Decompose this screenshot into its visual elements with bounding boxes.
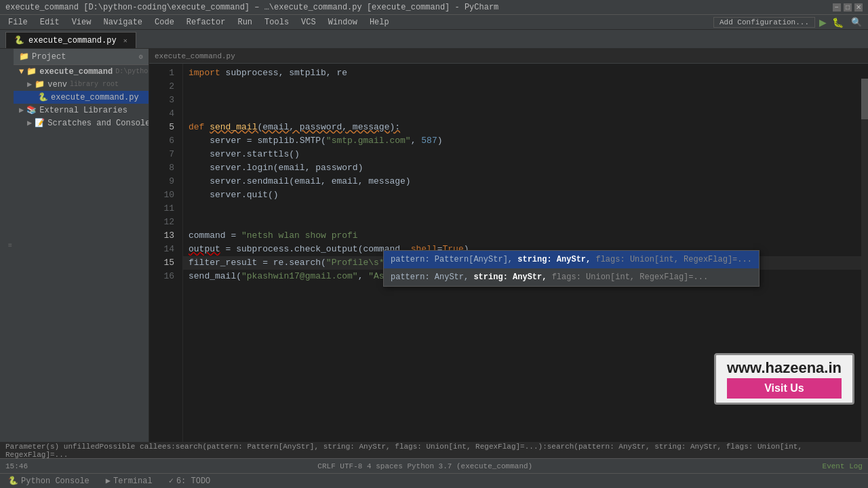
menu-navigate[interactable]: Navigate <box>98 16 148 28</box>
watermark: www.hazeena.in Visit Us <box>714 353 854 405</box>
line-num-6: 6 <box>152 134 177 148</box>
tab-close-icon[interactable]: ✕ <box>123 37 127 45</box>
tree-execute-command-py[interactable]: 🐍 execute_command.py <box>14 91 149 104</box>
ac-item-1-text: pattern: Pattern[AnyStr], string: AnyStr… <box>391 253 752 266</box>
menu-tools[interactable]: Tools <box>259 16 294 28</box>
watermark-box: www.hazeena.in Visit Us <box>714 353 854 405</box>
editor-tab-execute-command[interactable]: 🐍 execute_command.py ✕ <box>5 32 136 48</box>
folder-expand-icon: ▼ <box>19 67 24 77</box>
menu-window[interactable]: Window <box>323 16 363 28</box>
title-bar: execute_command [D:\python-coding\execut… <box>0 0 868 15</box>
menu-view[interactable]: View <box>66 16 97 28</box>
status-position: 15:46 <box>5 462 28 470</box>
structure-icon[interactable]: ≡ <box>7 241 14 251</box>
code-line-9: server.sendmail(email, email, message) <box>183 175 861 188</box>
debug-button[interactable]: 🐛 <box>831 16 845 29</box>
menu-bar: File Edit View Navigate Code Refactor Ru… <box>0 15 868 30</box>
terminal-tab[interactable]: ▶ Terminal <box>103 474 155 487</box>
line-numbers: 1 2 3 4 5 6 7 8 9 10 11 12 13 14 15 16 <box>149 64 183 442</box>
code-line-10: ▼ server.quit() <box>183 188 861 202</box>
tab-bar: 🐍 execute_command.py ✕ <box>0 30 868 49</box>
external-lib-icon: 📚 <box>26 105 37 115</box>
line-num-9: 9 <box>152 175 177 188</box>
menu-code[interactable]: Code <box>149 16 180 28</box>
code-line-8: server.login(email, password) <box>183 161 861 175</box>
event-log-link[interactable]: Event Log <box>823 462 863 470</box>
code-line-12 <box>183 216 861 229</box>
run-button[interactable]: ▶ <box>818 16 828 29</box>
tree-item-label: venv <box>47 80 67 89</box>
autocomplete-item-2[interactable]: pattern: AnyStr, string: AnyStr, flags: … <box>384 268 759 286</box>
menu-edit[interactable]: Edit <box>35 16 65 28</box>
line-num-11: 11 <box>152 202 177 216</box>
left-icons: ≡ ★ <box>0 49 14 442</box>
watermark-visit-button[interactable]: Visit Us <box>727 378 842 399</box>
autocomplete-item-1[interactable]: pattern: Pattern[AnyStr], string: AnyStr… <box>384 251 759 268</box>
project-header: 📁 Project ⚙ <box>14 49 149 65</box>
folder-expand-icon: ▶ <box>27 79 32 89</box>
main-layout: ≡ ★ 📁 Project ⚙ ▼ 📁 execute_command D:\p… <box>0 49 868 442</box>
menu-vcs[interactable]: VCS <box>296 16 321 28</box>
python-console-label: Python Console <box>21 476 90 486</box>
todo-tab[interactable]: ✓ 6: TODO <box>166 474 214 487</box>
code-line-13: command = "netsh wlan show profi <box>183 229 861 243</box>
add-configuration-button[interactable]: Add Configuration... <box>713 17 815 28</box>
line-num-12: 12 <box>152 216 177 229</box>
line-num-2: 2 <box>152 80 177 94</box>
breadcrumb-bar: execute_command.py <box>149 49 868 64</box>
code-line-5: ▼ def send_mail(email, password, message… <box>183 121 861 134</box>
terminal-label: Terminal <box>113 476 153 486</box>
code-line-1: import subprocess, smtplib, re <box>183 66 861 80</box>
tab-label: execute_command.py <box>28 36 117 45</box>
breadcrumb-file: execute_command.py <box>155 52 235 60</box>
folder-icon: 📁 <box>26 66 37 77</box>
close-button[interactable]: ✕ <box>854 3 863 12</box>
window-controls: − □ ✕ <box>833 3 863 12</box>
tree-external-libraries[interactable]: ▶ 📚 External Libraries <box>14 104 149 117</box>
python-file-icon: 🐍 <box>38 92 48 102</box>
code-line-6: server = smtplib.SMTP("smtp.gmail.com", … <box>183 134 861 148</box>
menu-refactor[interactable]: Refactor <box>181 16 231 28</box>
search-everywhere-button[interactable]: 🔍 <box>848 15 865 29</box>
autocomplete-popup: pattern: Pattern[AnyStr], string: AnyStr… <box>383 250 760 287</box>
line-num-7: 7 <box>152 148 177 161</box>
project-header-label: Project <box>32 52 66 62</box>
tree-item-label: execute_command.py <box>51 93 139 102</box>
bottom-tabs: 🐍 Python Console ▶ Terminal ✓ 6: TODO <box>0 473 868 488</box>
editor-scrollbar[interactable] <box>861 79 868 442</box>
python-icon: 🐍 <box>8 476 18 486</box>
menu-run[interactable]: Run <box>232 16 258 28</box>
folder-expand-icon: ▶ <box>19 105 24 115</box>
scratches-icon: 📝 <box>35 118 45 128</box>
todo-icon: ✓ <box>169 476 174 486</box>
tree-item-suffix: library root <box>70 81 119 88</box>
favorites-icon[interactable]: ★ <box>0 240 1 251</box>
python-console-tab[interactable]: 🐍 Python Console <box>5 474 92 487</box>
window-title: execute_command [D:\python-coding\execut… <box>5 3 498 12</box>
tree-item-label: execute_command <box>39 67 113 77</box>
tree-item-label: External Libraries <box>39 106 127 115</box>
menu-help[interactable]: Help <box>364 16 395 28</box>
code-line-2 <box>183 80 861 94</box>
project-settings-icon[interactable]: ⚙ <box>139 53 143 61</box>
todo-label: 6: TODO <box>176 476 210 486</box>
python-file-icon: 🐍 <box>14 35 24 45</box>
folder-expand-icon: ▶ <box>27 118 32 128</box>
venv-folder-icon: 📁 <box>35 79 45 89</box>
status-encoding: CRLF UTF-8 4 spaces Python 3.7 (execute_… <box>317 462 532 470</box>
maximize-button[interactable]: □ <box>844 3 852 12</box>
minimize-button[interactable]: − <box>833 3 841 12</box>
terminal-icon: ▶ <box>106 476 111 486</box>
code-line-3 <box>183 94 861 107</box>
line-num-8: 8 <box>152 161 177 175</box>
line-num-10: 10 <box>152 188 177 202</box>
tree-venv-folder[interactable]: ▶ 📁 venv library root <box>14 78 149 91</box>
run-config-area: Add Configuration... ▶ 🐛 🔍 <box>713 15 865 29</box>
editor-area: execute_command.py 1 2 3 4 5 6 7 8 9 10 … <box>149 49 868 442</box>
editor-scrollbar-thumb[interactable] <box>861 79 868 119</box>
line-num-16: 16 <box>152 270 177 283</box>
menu-file[interactable]: File <box>3 16 33 28</box>
tree-scratches-consoles[interactable]: ▶ 📝 Scratches and Consoles <box>14 117 149 129</box>
tree-execute-command-folder[interactable]: ▼ 📁 execute_command D:\python-c... <box>14 65 149 78</box>
line-num-14: 14 <box>152 243 177 256</box>
